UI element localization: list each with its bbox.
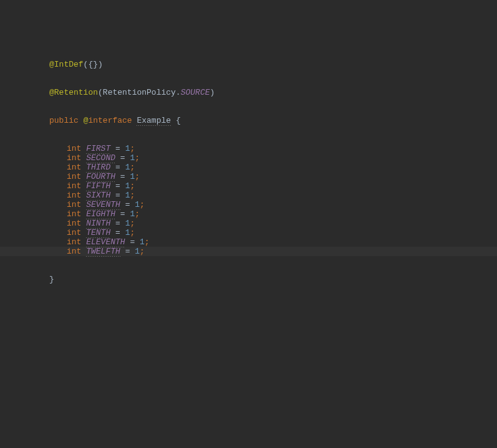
constant-name: TWELFTH [86, 247, 120, 257]
keyword-int: int [67, 219, 81, 228]
keyword-int: int [67, 228, 81, 237]
equals: = [110, 144, 125, 153]
annotation-intdef: @IntDef [49, 60, 84, 69]
equals: = [120, 247, 135, 256]
constant-name: FIFTH [86, 181, 110, 191]
enum-value: SOURCE [181, 88, 210, 97]
code-line[interactable]: @IntDef({}) [0, 60, 497, 69]
equals: = [115, 172, 130, 181]
constant-name: TENTH [86, 228, 110, 238]
semicolon: ; [130, 163, 135, 172]
dot: . [176, 88, 181, 97]
code-line[interactable]: int SECOND = 1; [0, 153, 497, 163]
keyword-int: int [67, 163, 81, 172]
code-line[interactable]: int THIRD = 1; [0, 163, 497, 172]
paren-close: ) [98, 60, 103, 69]
constant-name: FIRST [86, 144, 110, 154]
keyword-int: int [67, 247, 81, 256]
paren-open: ( [98, 88, 103, 97]
number-literal: 1 [135, 200, 140, 209]
semicolon: ; [130, 191, 135, 200]
class-ref: RetentionPolicy [103, 88, 176, 97]
constant-name: EIGHTH [86, 209, 115, 219]
keyword-public: public [49, 116, 79, 125]
code-line[interactable]: int SIXTH = 1; [0, 191, 497, 200]
brace-open: { [171, 116, 181, 125]
keyword-interface: interface [88, 116, 132, 125]
keyword-int: int [67, 237, 81, 247]
equals: = [120, 200, 135, 209]
semicolon: ; [130, 181, 135, 191]
semicolon: ; [130, 228, 135, 237]
keyword-int: int [67, 209, 81, 219]
type-name: Example [137, 116, 171, 126]
semicolon: ; [130, 219, 135, 228]
constant-name: SIXTH [86, 191, 110, 201]
code-line[interactable]: int SEVENTH = 1; [0, 200, 497, 209]
code-line[interactable]: } [0, 275, 497, 284]
semicolon: ; [130, 144, 135, 153]
equals: = [110, 219, 125, 228]
keyword-int: int [67, 172, 81, 181]
code-line[interactable]: int FIRST = 1; [0, 144, 497, 153]
semicolon: ; [135, 209, 140, 219]
constant-name: ELEVENTH [86, 237, 125, 247]
constant-name: SECOND [86, 153, 115, 163]
constant-name: THIRD [86, 163, 110, 173]
code-line[interactable]: int TWELFTH = 1; [0, 247, 497, 256]
code-line[interactable]: int ELEVENTH = 1; [0, 237, 497, 247]
keyword-int: int [67, 181, 81, 191]
semicolon: ; [135, 172, 140, 181]
number-literal: 1 [140, 237, 145, 247]
equals: = [110, 228, 125, 237]
constant-name: NINTH [86, 219, 110, 229]
annotation-retention: @Retention [49, 88, 98, 97]
brace-close: } [49, 275, 54, 284]
semicolon: ; [140, 247, 145, 256]
semicolon: ; [140, 200, 145, 209]
constant-name: SEVENTH [86, 200, 120, 210]
equals: = [110, 191, 125, 200]
code-editor[interactable]: @IntDef({}) @Retention(RetentionPolicy.S… [0, 0, 497, 293]
equals: = [115, 153, 130, 163]
braces-empty: {} [88, 60, 98, 69]
keyword-int: int [67, 200, 81, 209]
keyword-int: int [67, 144, 81, 153]
code-line[interactable]: int TENTH = 1; [0, 228, 497, 237]
keyword-int: int [67, 153, 81, 163]
code-line[interactable]: int FIFTH = 1; [0, 181, 497, 191]
paren-close: ) [210, 88, 215, 97]
equals: = [110, 181, 125, 191]
code-line[interactable]: int FOURTH = 1; [0, 172, 497, 181]
code-line[interactable]: public @interface Example { [0, 116, 497, 125]
code-line[interactable]: int NINTH = 1; [0, 219, 497, 228]
keyword-int: int [67, 191, 81, 200]
semicolon: ; [135, 153, 140, 163]
equals: = [125, 237, 140, 247]
equals: = [110, 163, 125, 172]
constant-name: FOURTH [86, 172, 115, 182]
equals: = [115, 209, 130, 219]
code-line[interactable]: int EIGHTH = 1; [0, 209, 497, 219]
semicolon: ; [145, 237, 150, 247]
number-literal: 1 [135, 247, 140, 256]
code-line[interactable]: @Retention(RetentionPolicy.SOURCE) [0, 88, 497, 97]
